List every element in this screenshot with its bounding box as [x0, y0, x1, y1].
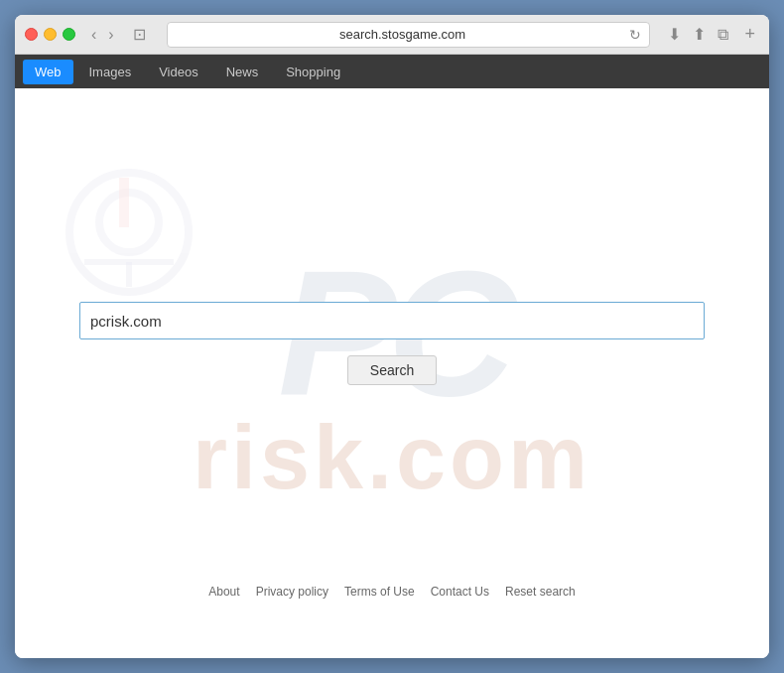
- download-icon[interactable]: ⬇: [666, 23, 683, 46]
- watermark-risk-text: risk.com: [193, 413, 591, 502]
- browser-window: ‹ › ⊡ search.stosgame.com ↻ ⬇ ⬆ ⧉ + Web …: [15, 15, 769, 658]
- title-bar: ‹ › ⊡ search.stosgame.com ↻ ⬇ ⬆ ⧉ +: [15, 15, 769, 55]
- url-text: search.stosgame.com: [176, 27, 630, 42]
- nav-tabs-bar: Web Images Videos News Shopping: [15, 55, 769, 88]
- svg-point-1: [99, 193, 159, 252]
- forward-button[interactable]: ›: [104, 25, 117, 45]
- nav-buttons: ‹ ›: [87, 25, 118, 45]
- share-icon[interactable]: ⬆: [691, 23, 708, 46]
- footer-terms[interactable]: Terms of Use: [344, 585, 415, 599]
- tab-shopping[interactable]: Shopping: [274, 60, 352, 84]
- tab-videos[interactable]: Videos: [147, 60, 210, 84]
- svg-rect-2: [119, 178, 129, 227]
- footer-privacy[interactable]: Privacy policy: [256, 585, 328, 599]
- footer-links: About Privacy policy Terms of Use Contac…: [15, 585, 769, 599]
- search-container: Search: [79, 302, 705, 385]
- tab-web[interactable]: Web: [23, 60, 73, 84]
- watermark-logo-icon: [65, 168, 194, 297]
- tab-images[interactable]: Images: [77, 60, 144, 84]
- sidebar-icon[interactable]: ⧉: [716, 24, 730, 46]
- search-input[interactable]: [79, 302, 705, 339]
- svg-point-0: [69, 173, 189, 292]
- footer-reset[interactable]: Reset search: [505, 585, 576, 599]
- close-button[interactable]: [25, 28, 38, 41]
- footer-contact[interactable]: Contact Us: [431, 585, 489, 599]
- maximize-button[interactable]: [63, 28, 75, 41]
- url-bar[interactable]: search.stosgame.com ↻: [167, 22, 651, 48]
- search-button[interactable]: Search: [347, 355, 437, 385]
- tab-news[interactable]: News: [214, 60, 271, 84]
- footer-about[interactable]: About: [208, 585, 239, 599]
- back-button[interactable]: ‹: [87, 25, 100, 45]
- refresh-button[interactable]: ↻: [629, 27, 641, 43]
- content-area: PC risk.com Search About Privacy policy …: [15, 88, 769, 658]
- add-tab-button[interactable]: +: [740, 22, 759, 47]
- minimize-button[interactable]: [44, 28, 57, 41]
- toolbar-icons: ⬇ ⬆ ⧉: [666, 23, 730, 46]
- tab-view-button[interactable]: ⊡: [128, 23, 151, 46]
- traffic-lights: [25, 28, 75, 41]
